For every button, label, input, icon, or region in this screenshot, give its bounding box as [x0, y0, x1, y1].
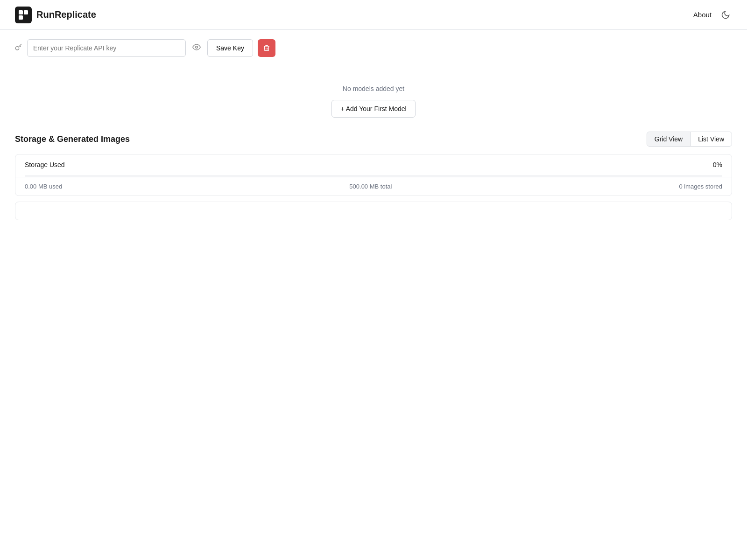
storage-stats-row: 0.00 MB used 500.00 MB total 0 images st…: [15, 177, 732, 196]
storage-used-label: Storage Used: [25, 161, 65, 168]
no-models-text: No models added yet: [343, 85, 404, 92]
about-link[interactable]: About: [693, 11, 712, 19]
app-title: RunReplicate: [36, 9, 96, 20]
images-area: [15, 202, 732, 220]
delete-key-button[interactable]: [258, 39, 275, 57]
storage-header: Storage & Generated Images Grid View Lis…: [15, 132, 732, 147]
app-header: RunReplicate About: [0, 0, 747, 30]
logo-area: RunReplicate: [15, 7, 96, 23]
storage-title: Storage & Generated Images: [15, 134, 130, 144]
storage-mb-used: 0.00 MB used: [25, 183, 62, 190]
key-icon: [15, 43, 22, 53]
storage-card: Storage Used 0% 0.00 MB used 500.00 MB t…: [15, 154, 732, 196]
svg-rect-1: [24, 10, 28, 14]
svg-point-3: [15, 47, 19, 50]
grid-view-button[interactable]: Grid View: [647, 132, 690, 146]
storage-used-pct: 0%: [713, 161, 722, 168]
save-key-button[interactable]: Save Key: [207, 39, 253, 57]
api-key-input[interactable]: [27, 39, 186, 57]
storage-mb-total: 500.00 MB total: [349, 183, 392, 190]
theme-toggle-button[interactable]: [719, 8, 732, 21]
api-key-row: Save Key: [0, 30, 747, 66]
no-models-section: No models added yet + Add Your First Mod…: [0, 66, 747, 132]
header-right: About: [693, 8, 732, 21]
storage-section: Storage & Generated Images Grid View Lis…: [0, 132, 747, 220]
svg-point-4: [196, 46, 198, 49]
logo-icon: [15, 7, 32, 23]
add-first-model-button[interactable]: + Add Your First Model: [331, 100, 415, 118]
show-key-button[interactable]: [190, 41, 203, 55]
view-toggle: Grid View List View: [647, 132, 732, 147]
storage-used-row: Storage Used 0%: [15, 154, 732, 175]
storage-images-stored: 0 images stored: [679, 183, 723, 190]
svg-rect-2: [19, 15, 23, 20]
list-view-button[interactable]: List View: [690, 132, 732, 146]
svg-rect-0: [19, 10, 23, 14]
